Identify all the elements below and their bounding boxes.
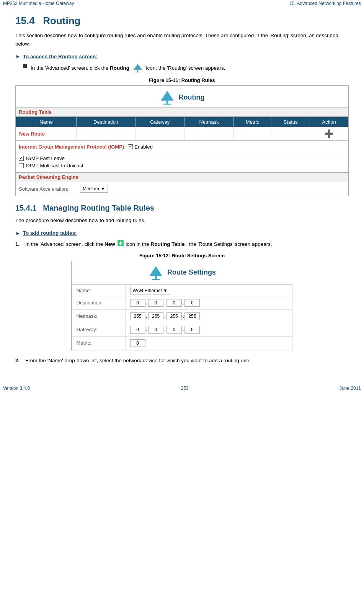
access-header: ► To access the Routing screen: [15,53,349,59]
new-route-label: New Route [16,127,77,141]
bullet-item: In the 'Advanced' screen, click the Rout… [23,63,349,74]
igmp-multicast-option: IGMP Multicast to Unicast [19,163,345,168]
netmask-ip-group: . . . [130,312,288,320]
step2-item: 2. From the 'Name' drop-down list, selec… [15,357,349,365]
svg-rect-4 [166,101,168,104]
netmask-dot-1: . [146,313,148,319]
route-settings-header: Route Settings [72,261,293,285]
page-header: MP252 Multimedia Home Gateway 15. Advanc… [0,0,364,7]
netmask-dot-2: . [164,313,166,319]
arrow-icon-2: ► [15,230,21,236]
rs-metric-row: Metric: [72,336,292,350]
bullet-text: In the 'Advanced' screen, click the Rout… [31,63,225,74]
gateway-dot-3: . [183,327,184,332]
col-metric: Metric [233,117,271,127]
footer-left: Version 3.4.0 [3,386,30,391]
add-routing-header: ► To add routing tables: [15,230,349,236]
rs-gateway-label: Gateway: [72,323,125,336]
step1-text: In the 'Advanced' screen, click the New … [25,240,272,249]
col-destination: Destination [77,117,135,127]
software-acc-label: Software Acceleration: [19,186,76,192]
figure11-header: Routing [16,86,348,108]
dest-dot-2: . [164,300,166,306]
new-route-netmask [184,127,233,141]
step2-num: 2. [15,357,22,365]
svg-marker-0 [133,64,142,70]
table-row: New Route ➕ [16,127,348,141]
subsection-description: The procedure below describes how to add… [15,216,349,225]
igmp-multicast-checkbox[interactable] [19,163,24,168]
add-route-icon[interactable]: ➕ [324,129,334,138]
select-chevron-icon: ▼ [101,186,105,191]
step1-bold1: New [104,241,115,247]
dest-dot-1: . [146,300,148,306]
svg-rect-10 [155,276,157,279]
netmask-ip-1[interactable] [130,312,145,320]
col-gateway: Gateway [135,117,184,127]
arrow-icon: ► [15,53,21,59]
section-number: 15.4 [15,15,35,26]
header-right: 15. Advanced Networking Features [289,1,361,6]
routing-inline-icon [132,63,143,74]
bullet-after: icon; the 'Routing' screen appears. [146,65,225,71]
dest-dot-3: . [183,300,184,306]
bullet-before: In the 'Advanced' screen, click the [31,65,110,71]
netmask-ip-2[interactable] [148,312,163,320]
igmp-fast-leave-option: IGMP Fast Leave [19,155,345,161]
metric-input[interactable] [130,339,145,347]
dest-ip-2[interactable] [148,299,163,307]
access-label: To access the Routing screen: [23,54,98,59]
rs-metric-label: Metric: [72,336,125,350]
col-name: Name [16,117,77,127]
software-acc-select[interactable]: Medium ▼ [80,185,108,193]
igmp-enabled-label: Enabled [128,144,153,150]
new-route-metric [233,127,271,141]
dest-ip-4[interactable] [184,299,200,307]
netmask-dot-3: . [183,313,184,319]
figure12-title: Route Settings [167,268,216,276]
bullet-square-icon [23,64,27,68]
routing-icon [160,90,175,105]
rs-netmask-row: Netmask: . . . [72,309,292,323]
igmp-enabled-checkbox[interactable] [128,144,133,149]
subsection-title: 15.4.1 Managing Routing Table Rules [15,204,349,213]
name-select[interactable]: WAN Ethernet ▼ [130,287,170,294]
gateway-ip-group: . . . [130,326,288,334]
rs-name-value[interactable]: WAN Ethernet ▼ [125,285,292,296]
new-route-dest [77,127,135,141]
gateway-ip-1[interactable] [130,326,145,334]
gateway-ip-3[interactable] [166,326,182,334]
new-route-action[interactable]: ➕ [310,127,348,141]
netmask-ip-4[interactable] [184,312,200,320]
new-route-gateway [135,127,184,141]
col-status: Status [271,117,310,127]
routing-table-label: Routing Table [16,108,348,117]
figure12-label: Figure 15-12: Route Settings Screen [15,253,349,258]
igmp-fast-leave-label: IGMP Fast Leave [26,155,65,161]
gateway-ip-4[interactable] [184,326,200,334]
igmp-options: IGMP Fast Leave IGMP Multicast to Unicas… [16,153,348,172]
header-left: MP252 Multimedia Home Gateway [3,1,74,6]
gateway-dot-2: . [164,327,166,332]
software-acc-row: Software Acceleration: Medium ▼ [16,182,348,196]
netmask-ip-3[interactable] [166,312,182,320]
rs-name-row: Name: WAN Ethernet ▼ [72,285,292,296]
rs-gateway-row: Gateway: . . . [72,323,292,336]
subsection-name: Managing Routing Table Rules [43,204,154,212]
step1-middle: icon in the [126,241,150,247]
igmp-enabled-text: Enabled [134,144,153,150]
igmp-fast-leave-checkbox[interactable] [19,156,24,161]
software-acc-value: Medium [83,186,99,191]
gateway-ip-2[interactable] [148,326,163,334]
step1-before: In the 'Advanced' screen, click the [25,241,104,247]
rs-dest-row: Destination: . . . [72,296,292,309]
figure11-container: Routing Routing Table Name Destination G… [15,85,349,196]
dest-ip-3[interactable] [166,299,182,307]
subsection-number: 15.4.1 [15,204,37,212]
dest-ip-1[interactable] [130,299,145,307]
new-route-status [271,127,310,141]
new-add-icon-inline [118,240,124,249]
igmp-section: Internet Group Management Protocol (IGMP… [16,141,348,153]
route-settings-icon [148,265,163,280]
step1-after: ; the 'Route Settings' screen appears. [186,241,272,247]
